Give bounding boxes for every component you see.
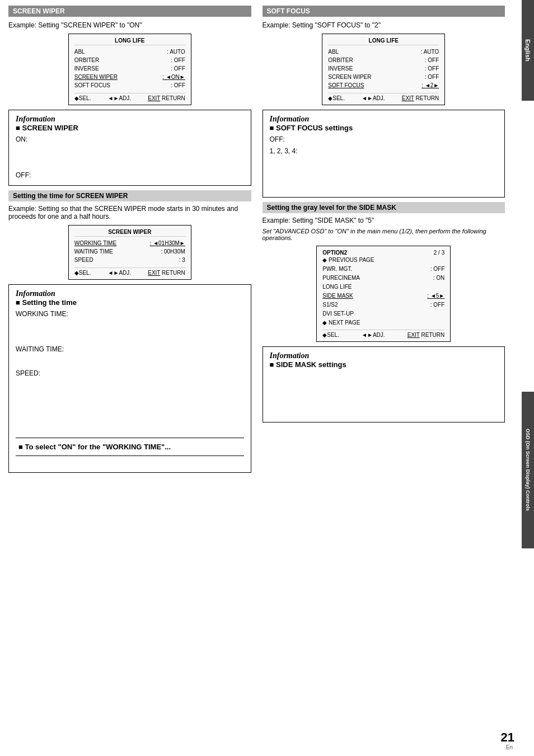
osd-row: ◆ NEXT PAGE bbox=[322, 318, 444, 327]
osd-nav: ◆SEL. ◄►ADJ. EXIT RETURN bbox=[328, 93, 439, 101]
osd-row-highlighted: SOFT FOCUS: ◄2► bbox=[328, 81, 439, 90]
info-title: Information bbox=[16, 115, 244, 124]
info-title: Information bbox=[270, 351, 498, 360]
right-info-box-1: Information SOFT FOCUS settings OFF: 1, … bbox=[263, 110, 505, 198]
osd-row-highlighted: SCREEN WIPER: ◄ON► bbox=[74, 73, 185, 81]
left-section-header: SCREEN WIPER bbox=[8, 6, 251, 17]
osd-row: PWR. MGT.: OFF bbox=[322, 265, 444, 274]
page-number: 21 bbox=[501, 730, 514, 745]
info-subtitle: SCREEN WIPER bbox=[16, 124, 244, 132]
osd-page-header: OPTION2 2 / 3 bbox=[322, 250, 444, 256]
left-osd-box-1: LONG LIFE ABL: AUTO ORBITER: OFF INVERSE… bbox=[68, 34, 191, 105]
osd-row: DVI SET-UP bbox=[322, 309, 444, 318]
gray-section-header: Setting the gray level for the SIDE MASK bbox=[263, 202, 505, 213]
bold-statement: To select "ON" for the "WORKING TIME"... bbox=[16, 438, 244, 456]
left-info-box-2: Information Setting the time WORKING TIM… bbox=[8, 284, 251, 473]
page-en-label: En bbox=[506, 744, 513, 750]
info-subtitle: Setting the time bbox=[16, 298, 244, 307]
osd-row: ABL: AUTO bbox=[74, 48, 185, 56]
osd-row: SCREEN WIPER: OFF bbox=[328, 73, 439, 81]
subsection-header: Setting the time for SCREEN WIPER bbox=[8, 190, 251, 201]
osd-nav: ◆SEL. ◄►ADJ. EXIT RETURN bbox=[322, 330, 444, 338]
osd-row: ◆ PREVIOUS PAGE bbox=[322, 256, 444, 265]
right-osd1-title: LONG LIFE bbox=[328, 37, 439, 45]
osd-row: ORBITER: OFF bbox=[74, 56, 185, 64]
osd-row: SPEED: 3 bbox=[74, 256, 185, 264]
left-info-box-1: Information SCREEN WIPER ON: OFF: bbox=[8, 110, 251, 186]
osd-row: PURECINEMA: ON bbox=[322, 274, 444, 283]
right-osd-box-2: OPTION2 2 / 3 ◆ PREVIOUS PAGE PWR. MGT.:… bbox=[316, 246, 451, 342]
osd-row: INVERSE: OFF bbox=[74, 64, 185, 73]
osd-tab: OSD (On Screen Display) Controls bbox=[522, 392, 534, 548]
osd-row: WAITING TIME: 00H30M bbox=[74, 247, 185, 256]
right-section-header: SOFT FOCUS bbox=[263, 6, 505, 17]
right-example2: Example: Setting "SIDE MASK" to "5" bbox=[263, 217, 505, 224]
left-osd2-title: SCREEN WIPER bbox=[74, 229, 185, 237]
osd-row-highlighted: SIDE MASK: ◄5► bbox=[322, 292, 444, 300]
italic-note: Set "ADVANCED OSD" to "ON" in the main m… bbox=[263, 228, 505, 241]
left-osd1-title: LONG LIFE bbox=[74, 37, 185, 45]
right-osd-box-1: LONG LIFE ABL: AUTO ORBITER: OFF INVERSE… bbox=[322, 34, 445, 105]
right-example1: Example: Setting "SOFT FOCUS" to "2" bbox=[263, 21, 505, 29]
osd-nav: ◆SEL. ◄►ADJ. EXIT RETURN bbox=[74, 267, 185, 276]
english-tab: English bbox=[522, 0, 534, 101]
osd-row: ORBITER: OFF bbox=[328, 56, 439, 64]
osd-row: SOFT FOCUS: OFF bbox=[74, 81, 185, 90]
left-example2: Example: Setting so that the SCREEN WIPE… bbox=[8, 205, 251, 220]
info-title: Information bbox=[16, 289, 244, 298]
osd-row-highlighted: WORKING TIME: ◄01H30M► bbox=[74, 239, 185, 247]
left-example1: Example: Setting "SCREEN WIPER" to "ON" bbox=[8, 21, 251, 29]
left-osd-box-2: SCREEN WIPER WORKING TIME: ◄01H30M► WAIT… bbox=[68, 225, 191, 280]
info-title: Information bbox=[270, 115, 498, 124]
right-info-box-2: Information SIDE MASK settings bbox=[263, 346, 505, 422]
osd-row: LONG LIFE bbox=[322, 283, 444, 292]
osd-row: INVERSE: OFF bbox=[328, 64, 439, 73]
osd-nav: ◆SEL. ◄►ADJ. EXIT RETURN bbox=[74, 93, 185, 101]
info-subtitle: SIDE MASK settings bbox=[270, 360, 498, 369]
osd-row: ABL: AUTO bbox=[328, 48, 439, 56]
osd-row: S1/S2: OFF bbox=[322, 300, 444, 309]
info-subtitle: SOFT FOCUS settings bbox=[270, 124, 498, 132]
